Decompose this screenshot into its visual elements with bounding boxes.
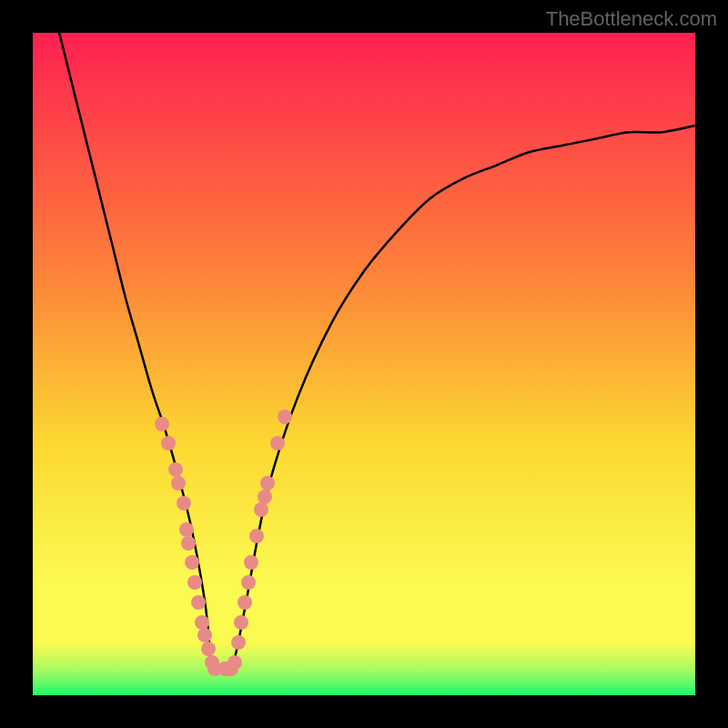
data-point-dot bbox=[260, 476, 275, 490]
data-point-dot bbox=[201, 642, 216, 656]
data-point-dot bbox=[161, 436, 176, 450]
data-point-dot bbox=[179, 522, 194, 537]
data-point-dot bbox=[258, 490, 272, 504]
data-point-dot bbox=[168, 462, 183, 477]
data-point-dot bbox=[155, 417, 169, 431]
data-point-dot bbox=[238, 595, 252, 610]
data-point-dot bbox=[231, 635, 246, 650]
data-point-dot bbox=[177, 496, 191, 511]
data-point-dot bbox=[270, 436, 285, 450]
plot-area bbox=[33, 33, 695, 695]
data-point-dot bbox=[254, 502, 268, 517]
curve-svg bbox=[33, 33, 695, 695]
data-point-dot bbox=[197, 628, 212, 642]
data-point-dot bbox=[181, 536, 196, 551]
data-point-dot bbox=[187, 575, 202, 590]
data-point-dot bbox=[195, 615, 209, 630]
bottleneck-curve bbox=[59, 33, 695, 673]
data-point-dot bbox=[185, 555, 199, 570]
data-point-dot bbox=[249, 529, 264, 543]
data-point-dot bbox=[278, 410, 292, 424]
data-point-dot bbox=[241, 575, 256, 590]
data-point-dot bbox=[171, 476, 186, 490]
data-point-dot bbox=[244, 555, 258, 570]
data-point-dot bbox=[191, 595, 206, 610]
data-point-dot bbox=[228, 655, 242, 670]
data-point-dot bbox=[234, 615, 248, 630]
watermark-text: TheBottleneck.com bbox=[546, 7, 717, 31]
